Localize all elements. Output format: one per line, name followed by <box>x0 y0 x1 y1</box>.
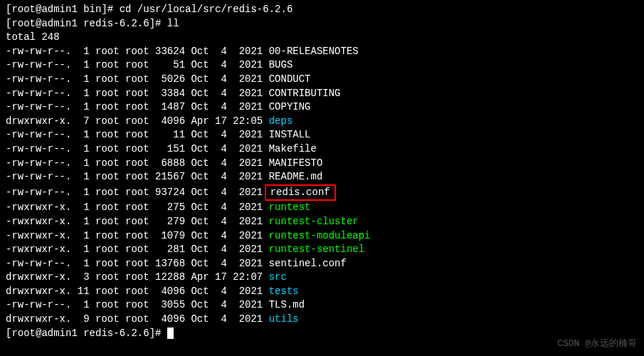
file-row: -rwxrwxr-x. 1 root root 1079 Oct 4 2021 … <box>6 229 638 244</box>
file-name: utils <box>269 313 299 325</box>
file-name: Makefile <box>269 143 317 155</box>
file-meta: -rw-rw-r--. 1 root root 1487 Oct 4 2021 <box>6 101 269 112</box>
file-row: -rw-rw-r--. 1 root root 151 Oct 4 2021 M… <box>6 142 638 157</box>
file-meta: -rw-rw-r--. 1 root root 33624 Oct 4 2021 <box>6 46 269 57</box>
file-name: INSTALL <box>269 129 311 140</box>
file-row: -rw-rw-r--. 1 root root 3055 Oct 4 2021 … <box>6 298 638 313</box>
file-name: src <box>269 271 287 283</box>
prompt-line-1: [root@admin1 bin]# cd /usr/local/src/red… <box>6 3 638 17</box>
shell-prompt: [root@admin1 redis-6.2.6]# <box>6 328 167 339</box>
file-name: deps <box>269 115 293 127</box>
file-row: -rwxrwxr-x. 1 root root 279 Oct 4 2021 r… <box>6 215 638 229</box>
file-meta: -rw-rw-r--. 1 root root 21567 Oct 4 2021 <box>6 171 269 182</box>
file-name: runtest-cluster <box>269 216 359 227</box>
file-name: CONDUCT <box>269 73 311 85</box>
file-row: -rw-rw-r--. 1 root root 93724 Oct 4 2021… <box>6 184 638 201</box>
file-row: drwxrwxr-x. 11 root root 4096 Oct 4 2021… <box>6 285 638 299</box>
file-row: -rwxrwxr-x. 1 root root 275 Oct 4 2021 r… <box>6 201 638 215</box>
file-row: -rw-rw-r--. 1 root root 33624 Oct 4 2021… <box>6 45 638 59</box>
file-name: TLS.md <box>269 299 305 310</box>
file-name: CONTRIBUTING <box>269 88 341 99</box>
file-meta: drwxrwxr-x. 3 root root 12288 Apr 17 22:… <box>6 271 269 283</box>
file-meta: -rw-rw-r--. 1 root root 11 Oct 4 2021 <box>6 129 269 140</box>
file-name: BUGS <box>269 59 293 70</box>
file-name: COPYING <box>269 101 311 112</box>
file-row: -rw-rw-r--. 1 root root 11 Oct 4 2021 IN… <box>6 128 638 142</box>
file-name: README.md <box>269 171 323 182</box>
file-row: -rwxrwxr-x. 1 root root 281 Oct 4 2021 r… <box>6 243 638 257</box>
terminal-output[interactable]: [root@admin1 bin]# cd /usr/local/src/red… <box>6 3 638 340</box>
file-name: MANIFESTO <box>269 157 323 169</box>
file-meta: drwxrwxr-x. 11 root root 4096 Oct 4 2021 <box>6 286 269 297</box>
file-meta: drwxrwxr-x. 7 root root 4096 Apr 17 22:0… <box>6 115 269 127</box>
watermark-text: CSDN @永远的楠哥 <box>557 337 637 350</box>
file-name: tests <box>269 286 299 297</box>
file-row: -rw-rw-r--. 1 root root 21567 Oct 4 2021… <box>6 170 638 184</box>
file-name: 00-RELEASENOTES <box>269 46 359 57</box>
file-meta: -rw-rw-r--. 1 root root 151 Oct 4 2021 <box>6 143 269 155</box>
cursor-icon <box>167 328 174 339</box>
file-meta: -rw-rw-r--. 1 root root 6888 Oct 4 2021 <box>6 157 269 169</box>
file-meta: -rwxrwxr-x. 1 root root 1079 Oct 4 2021 <box>6 230 269 241</box>
prompt-line-2: [root@admin1 redis-6.2.6]# ll <box>6 17 638 31</box>
file-meta: -rw-rw-r--. 1 root root 3055 Oct 4 2021 <box>6 299 269 310</box>
file-row: drwxrwxr-x. 7 root root 4096 Apr 17 22:0… <box>6 115 638 129</box>
file-name: runtest-moduleapi <box>269 230 371 241</box>
file-meta: -rw-rw-r--. 1 root root 51 Oct 4 2021 <box>6 59 269 70</box>
file-name: runtest-sentinel <box>269 244 364 255</box>
file-row: -rw-rw-r--. 1 root root 6888 Oct 4 2021 … <box>6 157 638 171</box>
file-meta: -rwxrwxr-x. 1 root root 275 Oct 4 2021 <box>6 201 269 213</box>
file-meta: -rwxrwxr-x. 1 root root 279 Oct 4 2021 <box>6 216 269 227</box>
file-row: drwxrwxr-x. 9 root root 4096 Oct 4 2021 … <box>6 313 638 327</box>
file-row: -rw-rw-r--. 1 root root 3384 Oct 4 2021 … <box>6 87 638 101</box>
total-line: total 248 <box>6 31 638 45</box>
file-listing: -rw-rw-r--. 1 root root 33624 Oct 4 2021… <box>6 45 638 327</box>
command-text: cd /usr/local/src/redis-6.2.6 <box>120 4 293 15</box>
file-meta: -rw-rw-r--. 1 root root 3384 Oct 4 2021 <box>6 88 269 99</box>
command-text: ll <box>167 18 179 29</box>
prompt-line-3: [root@admin1 redis-6.2.6]# <box>6 327 638 341</box>
file-name: runtest <box>269 201 311 213</box>
file-row: -rw-rw-r--. 1 root root 5026 Oct 4 2021 … <box>6 73 638 87</box>
file-meta: -rwxrwxr-x. 1 root root 281 Oct 4 2021 <box>6 244 269 255</box>
shell-prompt: [root@admin1 redis-6.2.6]# <box>6 18 167 29</box>
file-row: drwxrwxr-x. 3 root root 12288 Apr 17 22:… <box>6 271 638 285</box>
file-meta: -rw-rw-r--. 1 root root 13768 Oct 4 2021 <box>6 258 269 269</box>
file-row: -rw-rw-r--. 1 root root 51 Oct 4 2021 BU… <box>6 58 638 73</box>
file-row: -rw-rw-r--. 1 root root 13768 Oct 4 2021… <box>6 257 638 271</box>
file-name: redis.conf <box>265 184 336 201</box>
file-row: -rw-rw-r--. 1 root root 1487 Oct 4 2021 … <box>6 100 638 115</box>
file-meta: -rw-rw-r--. 1 root root 93724 Oct 4 2021 <box>6 187 269 198</box>
file-meta: -rw-rw-r--. 1 root root 5026 Oct 4 2021 <box>6 73 269 85</box>
file-name: sentinel.conf <box>269 258 347 269</box>
file-meta: drwxrwxr-x. 9 root root 4096 Oct 4 2021 <box>6 313 269 325</box>
shell-prompt: [root@admin1 bin]# <box>6 4 120 15</box>
